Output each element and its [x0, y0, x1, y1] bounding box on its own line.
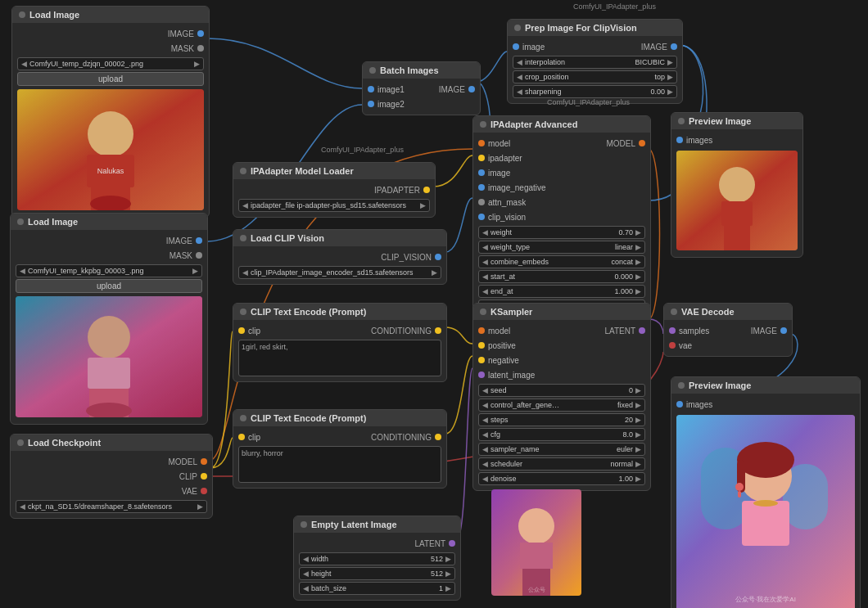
arrow-left-icon[interactable]: ◀ [20, 502, 25, 511]
batch-value: 1 [377, 584, 444, 592]
arrow-right-icon[interactable]: ▶ [445, 570, 451, 578]
prep-clip-title: Prep Image For ClipVision [525, 23, 637, 33]
ckpt-file-bar[interactable]: ◀ ckpt_na_SD1.5/dreamshaper_8.safetensor… [16, 500, 207, 513]
steps-bar[interactable]: ◀ steps 20 ▶ [478, 413, 645, 426]
file-input-bar[interactable]: ◀ ComfyUI_temp_dzjqn_00002_.png ▶ [17, 57, 204, 70]
crop-bar[interactable]: ◀ crop_position top ▶ [513, 70, 677, 83]
arrow-left-icon[interactable]: ◀ [517, 58, 522, 66]
start-bar[interactable]: ◀ start_at 0.000 ▶ [478, 270, 645, 283]
denoise-bar[interactable]: ◀ denoise 1.00 ▶ [478, 472, 645, 485]
input-image-port [478, 169, 485, 176]
arrow-left-icon[interactable]: ◀ [242, 268, 248, 277]
ksampler-body: model LATENT positive negative latent_im… [473, 320, 650, 490]
output-model-label: MODEL [168, 457, 197, 466]
arrow-left-icon[interactable]: ◀ [482, 272, 488, 281]
arrow-right-icon[interactable]: ▶ [445, 555, 451, 563]
arrow-right-icon[interactable]: ▶ [635, 460, 641, 468]
arrow-right-icon[interactable]: ▶ [635, 287, 641, 295]
arrow-right-icon[interactable]: ▶ [635, 475, 641, 483]
interpolation-value: BICUBIC [595, 58, 666, 66]
output-conditioning-port [435, 327, 441, 334]
file-input-bar[interactable]: ◀ ComfyUI_temp_kkpbg_00003_.png ▶ [16, 264, 202, 277]
clip-text-encode-1-header: CLIP Text Encode (Prompt) [233, 304, 446, 320]
ipadapter-file-bar[interactable]: ◀ ipadapter_file ip-adapter-plus_sd15.sa… [238, 199, 430, 212]
arrow-left-icon[interactable]: ◀ [517, 88, 522, 96]
arrow-right-icon[interactable]: ▶ [667, 88, 673, 96]
height-bar[interactable]: ◀ height 512 ▶ [299, 567, 455, 580]
ipadapter-model-loader-title: IPAdapter Model Loader [251, 166, 354, 176]
clip-text-encode-2-title: CLIP Text Encode (Prompt) [251, 413, 366, 423]
arrow-right-icon[interactable]: ▶ [420, 201, 426, 209]
arrow-right-icon[interactable]: ▶ [635, 386, 641, 394]
prompt-text-1[interactable]: 1girl, red skirt, [238, 340, 441, 376]
arrow-right-icon[interactable]: ▶ [197, 502, 203, 511]
arrow-right-icon[interactable]: ▶ [667, 58, 673, 66]
input-image2-row: image2 [363, 97, 480, 111]
arrow-left-icon[interactable]: ◀ [482, 460, 488, 468]
seed-bar[interactable]: ◀ seed 0 ▶ [478, 384, 645, 397]
arrow-left-icon[interactable]: ◀ [303, 555, 309, 563]
ksampler-title: KSampler [491, 307, 532, 317]
width-bar[interactable]: ◀ width 512 ▶ [299, 552, 455, 565]
cfg-bar[interactable]: ◀ cfg 8.0 ▶ [478, 428, 645, 441]
arrow-left-icon[interactable]: ◀ [482, 386, 488, 394]
ksampler-node: KSampler model LATENT positive negative … [472, 303, 651, 491]
ipadapter-advanced-body: model MODEL ipadapter image image_negati… [473, 133, 650, 318]
ipadapter-model-loader-body: IPADAPTER ◀ ipadapter_file ip-adapter-pl… [233, 179, 435, 217]
arrow-left-icon[interactable]: ◀ [482, 445, 488, 453]
arrow-right-icon[interactable]: ▶ [635, 430, 641, 439]
arrow-left-icon[interactable]: ◀ [21, 60, 27, 68]
arrow-right-icon[interactable]: ▶ [194, 60, 200, 68]
arrow-right-icon[interactable]: ▶ [635, 272, 641, 281]
arrow-left-icon[interactable]: ◀ [482, 416, 488, 424]
input-latent-label: latent_image [488, 371, 645, 380]
clip-file-bar[interactable]: ◀ clip_IPAdapter_image_encoder_sd15.safe… [238, 266, 441, 279]
arrow-left-icon[interactable]: ◀ [482, 475, 488, 483]
arrow-left-icon[interactable]: ◀ [482, 430, 488, 439]
batch-bar[interactable]: ◀ batch_size 1 ▶ [299, 582, 455, 595]
arrow-left-icon[interactable]: ◀ [303, 570, 309, 578]
load-image-2-body: IMAGE MASK ◀ ComfyUI_temp_kkpbg_00003_.p… [11, 230, 207, 424]
end-bar[interactable]: ◀ end_at 1.000 ▶ [478, 285, 645, 298]
sampler-bar[interactable]: ◀ sampler_name euler ▶ [478, 443, 645, 456]
control-bar[interactable]: ◀ control_after_generate fixed ▶ [478, 399, 645, 412]
upload-button[interactable]: upload [17, 72, 204, 86]
arrow-left-icon[interactable]: ◀ [242, 201, 248, 209]
arrow-right-icon[interactable]: ▶ [635, 416, 641, 424]
prompt-text-2[interactable]: blurry, horror [238, 446, 441, 483]
input-model-row: model LATENT [473, 323, 650, 338]
arrow-right-icon[interactable]: ▶ [635, 445, 641, 453]
arrow-left-icon[interactable]: ◀ [303, 584, 309, 592]
arrow-left-icon[interactable]: ◀ [482, 228, 488, 236]
arrow-right-icon[interactable]: ▶ [635, 401, 641, 409]
preview-image-1-node: Preview Image images [671, 112, 803, 258]
arrow-right-icon[interactable]: ▶ [192, 267, 198, 275]
weight-bar[interactable]: ◀ weight 0.70 ▶ [478, 226, 645, 239]
arrow-left-icon[interactable]: ◀ [482, 243, 488, 251]
upload-button[interactable]: upload [16, 279, 202, 293]
weight-type-bar[interactable]: ◀ weight_type linear ▶ [478, 241, 645, 254]
arrow-left-icon[interactable]: ◀ [482, 258, 488, 266]
arrow-right-icon[interactable]: ▶ [432, 268, 437, 277]
output-ipadapter-label: IPADAPTER [374, 186, 420, 195]
preview-image-1-title: Preview Image [689, 116, 751, 126]
arrow-left-icon[interactable]: ◀ [20, 267, 25, 275]
arrow-right-icon[interactable]: ▶ [445, 584, 451, 592]
arrow-right-icon[interactable]: ▶ [635, 228, 641, 236]
svg-text:公众号: 公众号 [528, 587, 545, 592]
sharpening-bar[interactable]: ◀ sharpening 0.00 ▶ [513, 85, 677, 98]
scheduler-bar[interactable]: ◀ scheduler normal ▶ [478, 457, 645, 471]
input-clip-label: clip [248, 433, 371, 442]
load-image-1-header: Load Image [12, 7, 209, 23]
interpolation-bar[interactable]: ◀ interpolation BICUBIC ▶ [513, 56, 677, 69]
arrow-left-icon[interactable]: ◀ [482, 287, 488, 295]
arrow-left-icon[interactable]: ◀ [517, 73, 522, 81]
header-dot [240, 309, 246, 315]
arrow-right-icon[interactable]: ▶ [635, 243, 641, 251]
input-image1-label: image1 [377, 85, 439, 94]
sharpening-value: 0.00 [595, 88, 666, 96]
arrow-right-icon[interactable]: ▶ [635, 258, 641, 266]
arrow-right-icon[interactable]: ▶ [667, 73, 673, 81]
arrow-left-icon[interactable]: ◀ [482, 401, 488, 409]
combine-bar[interactable]: ◀ combine_embeds concat ▶ [478, 255, 645, 268]
